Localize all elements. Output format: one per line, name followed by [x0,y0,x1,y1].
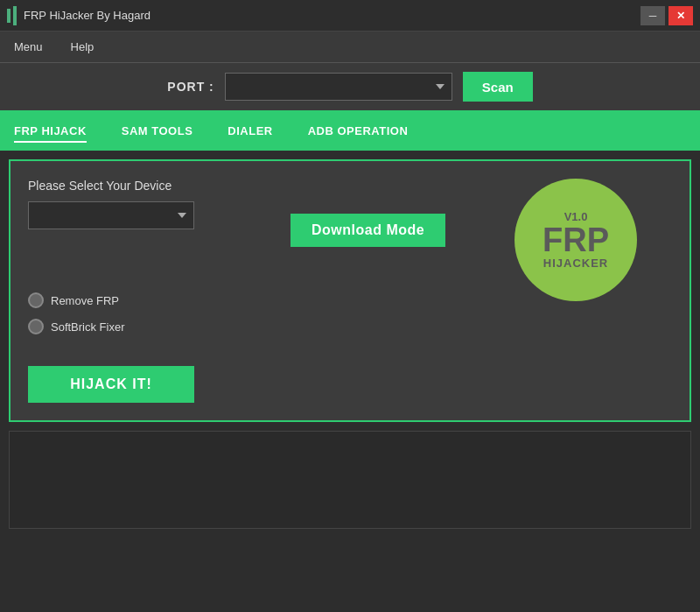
port-bar: PORT : Scan [0,63,700,112]
logo-frp: FRP [542,223,609,257]
menu-bar: Menu Help [0,32,700,63]
tab-frp-hijack[interactable]: FRP HIJACK [14,121,87,143]
softbrick-fixer-radio-dot [28,319,44,334]
softbrick-fixer-label: SoftBrick Fixer [51,320,125,334]
menu-menu-item[interactable]: Menu [9,37,48,57]
scan-button[interactable]: Scan [463,72,533,102]
tab-bar: FRP HIJACK SAM TOOLS DIALER ADB OPERATIO… [0,112,700,151]
window-title: FRP HiJacker By Hagard [24,9,150,22]
remove-frp-radio[interactable]: Remove FRP [28,292,125,308]
hijack-button[interactable]: HIJACK IT! [28,366,194,403]
close-button[interactable]: ✕ [668,6,693,25]
port-label: PORT : [167,80,214,94]
softbrick-fixer-radio[interactable]: SoftBrick Fixer [28,319,125,334]
help-menu-item[interactable]: Help [66,37,100,57]
console-area [9,431,691,529]
logo-circle: V1.0 FRP HIJACKER [514,179,637,301]
download-mode-button[interactable]: Download Mode [290,214,445,247]
title-bar: FRP HiJacker By Hagard ─ ✕ [0,0,700,32]
title-bar-left: FRP HiJacker By Hagard [7,6,150,25]
tab-sam-tools[interactable]: SAM TOOLS [122,121,193,143]
main-content: Please Select Your Device Download Mode … [9,159,691,422]
logo-hijacker: HIJACKER [543,257,608,270]
radio-group: Remove FRP SoftBrick Fixer [28,292,125,334]
port-select[interactable] [225,73,452,101]
minimize-button[interactable]: ─ [640,6,665,25]
tab-dialer[interactable]: DIALER [228,121,272,143]
tab-adb-operation[interactable]: ADB OPERATION [308,121,409,143]
remove-frp-radio-dot [28,292,44,308]
app-icon [7,6,17,25]
window-controls: ─ ✕ [640,6,693,25]
device-select[interactable] [28,201,194,229]
remove-frp-label: Remove FRP [51,294,119,307]
